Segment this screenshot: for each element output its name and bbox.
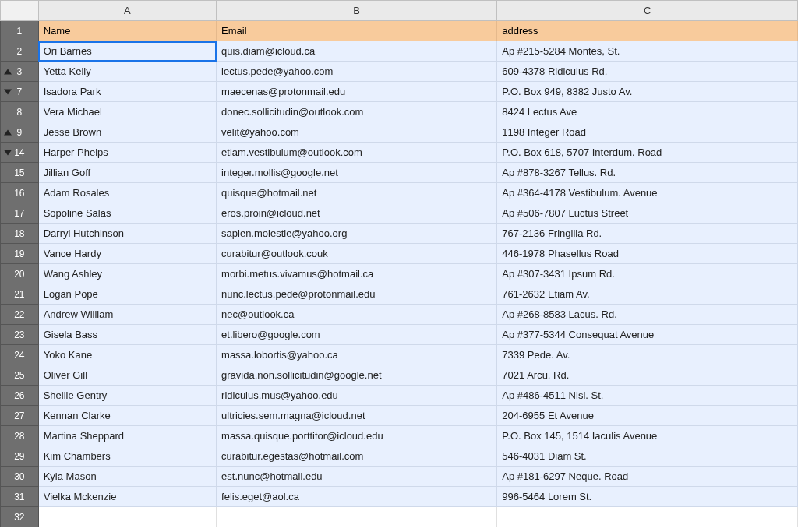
cell-name[interactable]: Andrew William (38, 305, 216, 325)
row-header[interactable]: 22 (1, 305, 39, 325)
row-header[interactable]: 19 (1, 244, 39, 264)
row-header[interactable]: 15 (1, 163, 39, 183)
cell-email[interactable]: sapien.molestie@yahoo.org (217, 224, 497, 244)
cell-address[interactable]: Ap #268-8583 Lacus. Rd. (497, 305, 798, 325)
row-header[interactable]: 8 (1, 102, 39, 122)
cell-name[interactable]: Isadora Park (38, 82, 216, 102)
cell-email[interactable]: gravida.non.sollicitudin@google.net (217, 365, 497, 386)
cell-email[interactable]: quisque@hotmail.net (217, 183, 497, 203)
cell-email[interactable]: felis.eget@aol.ca (217, 487, 497, 507)
cell-address[interactable]: 204-6955 Et Avenue (497, 406, 798, 426)
group-collapsed-icon[interactable] (4, 69, 12, 74)
cell-empty[interactable] (38, 507, 216, 527)
cell-address[interactable]: P.O. Box 618, 5707 Interdum. Road (497, 143, 798, 163)
cell-name[interactable]: Kyla Mason (38, 467, 216, 487)
row-header[interactable]: 16 (1, 183, 39, 203)
row-header[interactable]: 3 (1, 62, 39, 82)
cell-address[interactable]: 7339 Pede. Av. (497, 345, 798, 365)
cell-email[interactable]: lectus.pede@yahoo.com (217, 62, 497, 82)
cell-name[interactable]: Vance Hardy (38, 244, 216, 264)
cell-email[interactable]: ultricies.sem.magna@icloud.net (217, 406, 497, 426)
cell-address[interactable]: 446-1978 Phasellus Road (497, 244, 798, 264)
row-header[interactable]: 31 (1, 487, 39, 507)
cell-email[interactable]: nec@outlook.ca (217, 305, 497, 325)
row-header[interactable]: 1 (1, 21, 39, 41)
cell-email[interactable]: eros.proin@icloud.net (217, 203, 497, 224)
cell-address[interactable]: Ap #486-4511 Nisi. St. (497, 386, 798, 406)
cell-email[interactable]: velit@yahoo.com (217, 122, 497, 143)
cell-name[interactable]: Vielka Mckenzie (38, 487, 216, 507)
cell-address[interactable]: 761-2632 Etiam Av. (497, 284, 798, 305)
cell-name[interactable]: Shellie Gentry (38, 386, 216, 406)
cell-empty[interactable] (217, 507, 497, 527)
row-header[interactable]: 29 (1, 446, 39, 467)
cell-address[interactable]: Ap #307-3431 Ipsum Rd. (497, 264, 798, 284)
cell-name[interactable]: Harper Phelps (38, 143, 216, 163)
cell-email[interactable]: curabitur@outlook.couk (217, 244, 497, 264)
group-collapsed-icon[interactable] (4, 129, 12, 135)
spreadsheet-grid[interactable]: A B C 1 Name Email address 2 Ori Barnes … (0, 0, 798, 527)
row-header[interactable]: 20 (1, 264, 39, 284)
row-header[interactable]: 25 (1, 365, 39, 386)
row-header[interactable]: 18 (1, 224, 39, 244)
cell-email[interactable]: et.libero@google.com (217, 325, 497, 345)
column-header-A[interactable]: A (38, 1, 216, 21)
cell-address[interactable]: Ap #878-3267 Tellus. Rd. (497, 163, 798, 183)
row-header[interactable]: 32 (1, 507, 39, 527)
cell-address[interactable]: 996-5464 Lorem St. (497, 487, 798, 507)
cell-name[interactable]: Kim Chambers (38, 446, 216, 467)
row-header[interactable]: 17 (1, 203, 39, 224)
row-header[interactable]: 24 (1, 345, 39, 365)
cell-email[interactable]: morbi.metus.vivamus@hotmail.ca (217, 264, 497, 284)
group-expanded-icon[interactable] (4, 150, 12, 155)
cell-header-address[interactable]: address (497, 21, 798, 41)
cell-name[interactable]: Vera Michael (38, 102, 216, 122)
cell-address[interactable]: 7021 Arcu. Rd. (497, 365, 798, 386)
cell-email[interactable]: massa.lobortis@yahoo.ca (217, 345, 497, 365)
column-header-B[interactable]: B (217, 1, 497, 21)
row-header[interactable]: 2 (1, 41, 39, 62)
row-header[interactable]: 27 (1, 406, 39, 426)
cell-email[interactable]: etiam.vestibulum@outlook.com (217, 143, 497, 163)
cell-address[interactable]: Ap #215-5284 Montes, St. (497, 41, 798, 62)
cell-email[interactable]: maecenas@protonmail.edu (217, 82, 497, 102)
cell-email[interactable]: nunc.lectus.pede@protonmail.edu (217, 284, 497, 305)
cell-address[interactable]: 609-4378 Ridiculus Rd. (497, 62, 798, 82)
row-header[interactable]: 30 (1, 467, 39, 487)
cell-name[interactable]: Yoko Kane (38, 345, 216, 365)
row-header[interactable]: 7 (1, 82, 39, 102)
cell-name[interactable]: Yetta Kelly (38, 62, 216, 82)
cell-name[interactable]: Martina Sheppard (38, 426, 216, 446)
row-header[interactable]: 26 (1, 386, 39, 406)
cell-name[interactable]: Darryl Hutchinson (38, 224, 216, 244)
cell-email[interactable]: curabitur.egestas@hotmail.com (217, 446, 497, 467)
cell-email[interactable]: integer.mollis@google.net (217, 163, 497, 183)
cell-email[interactable]: ridiculus.mus@yahoo.edu (217, 386, 497, 406)
cell-address[interactable]: Ap #377-5344 Consequat Avenue (497, 325, 798, 345)
select-all-corner[interactable] (1, 1, 39, 21)
row-header[interactable]: 14 (1, 143, 39, 163)
cell-name[interactable]: Wang Ashley (38, 264, 216, 284)
row-header[interactable]: 21 (1, 284, 39, 305)
cell-name[interactable]: Kennan Clarke (38, 406, 216, 426)
cell-name[interactable]: Ori Barnes (38, 41, 216, 62)
cell-name[interactable]: Sopoline Salas (38, 203, 216, 224)
cell-address[interactable]: 8424 Lectus Ave (497, 102, 798, 122)
cell-name[interactable]: Gisela Bass (38, 325, 216, 345)
cell-name[interactable]: Oliver Gill (38, 365, 216, 386)
cell-address[interactable]: P.O. Box 949, 8382 Justo Av. (497, 82, 798, 102)
cell-name[interactable]: Jesse Brown (38, 122, 216, 143)
cell-email[interactable]: massa.quisque.porttitor@icloud.edu (217, 426, 497, 446)
cell-header-email[interactable]: Email (217, 21, 497, 41)
cell-address[interactable]: 546-4031 Diam St. (497, 446, 798, 467)
cell-address[interactable]: Ap #364-4178 Vestibulum. Avenue (497, 183, 798, 203)
row-header[interactable]: 28 (1, 426, 39, 446)
cell-address[interactable]: 1198 Integer Road (497, 122, 798, 143)
row-header[interactable]: 23 (1, 325, 39, 345)
cell-address[interactable]: 767-2136 Fringilla Rd. (497, 224, 798, 244)
cell-email[interactable]: donec.sollicitudin@outlook.com (217, 102, 497, 122)
column-header-C[interactable]: C (497, 1, 798, 21)
cell-address[interactable]: P.O. Box 145, 1514 Iaculis Avenue (497, 426, 798, 446)
cell-address[interactable]: Ap #506-7807 Luctus Street (497, 203, 798, 224)
group-expanded-icon[interactable] (4, 89, 12, 94)
